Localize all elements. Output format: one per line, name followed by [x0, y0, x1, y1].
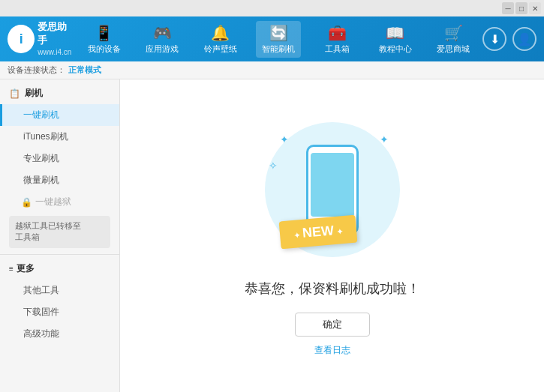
header-right: ⬇ 👤	[482, 27, 536, 51]
maximize-btn[interactable]: □	[515, 2, 527, 14]
download-firmware-label: 下载固件	[23, 307, 59, 317]
nav-smart-flash-label: 智能刷机	[262, 43, 295, 55]
lock-icon: 🔒	[21, 197, 32, 208]
ringtone-icon: 🔔	[211, 24, 230, 42]
sidebar-item-itunes[interactable]: iTunes刷机	[0, 126, 119, 148]
confirm-button[interactable]: 确定	[295, 313, 370, 337]
flash-icon: 🔄	[269, 24, 288, 42]
sidebar-locked-jailbreak: 🔒 一键越狱	[0, 191, 119, 213]
nav-ringtone-label: 铃声壁纸	[204, 43, 237, 55]
more-section-icon: ≡	[9, 265, 14, 273]
sidebar-section-flash-label: 刷机	[25, 87, 43, 100]
success-illustration: ✦ ✦ ✧ NEW	[257, 115, 407, 265]
sidebar-section-flash: 📋 刷机	[0, 82, 119, 104]
nav-my-device-label: 我的设备	[88, 43, 121, 55]
goto-log-link[interactable]: 查看日志	[314, 344, 350, 357]
sparkle-2: ✦	[380, 133, 389, 145]
close-btn[interactable]: ✕	[529, 2, 541, 14]
tutorial-icon: 📖	[386, 24, 404, 42]
sidebar-section-more: ≡ 更多	[0, 258, 119, 280]
sidebar: 📋 刷机 一键刷机 iTunes刷机 专业刷机 微量刷机 🔒 一键越狱 越狱工具…	[0, 79, 120, 392]
sidebar-pro-label: 专业刷机	[23, 153, 59, 163]
nav-shop[interactable]: 🛒 爱思商城	[431, 21, 476, 58]
nav-toolbox-label: 工具箱	[325, 43, 350, 55]
download-btn[interactable]: ⬇	[482, 27, 506, 51]
success-text: 恭喜您，保资料刷机成功啦！	[245, 280, 420, 298]
content-area: ✦ ✦ ✧ NEW 恭喜您，保资料刷机成功啦！ 确定 查看日志	[120, 79, 544, 392]
nav-my-device[interactable]: 📱 我的设备	[82, 21, 127, 58]
sparkle-1: ✦	[280, 133, 289, 145]
sidebar-note: 越狱工具已转移至工具箱	[9, 216, 110, 248]
nav-bar: 📱 我的设备 🎮 应用游戏 🔔 铃声壁纸 🔄 智能刷机 🧰 工具箱 📖 教程中心…	[75, 21, 482, 58]
nav-smart-flash[interactable]: 🔄 智能刷机	[256, 21, 301, 58]
logo-circle: i	[8, 25, 35, 53]
sidebar-item-pro[interactable]: 专业刷机	[0, 148, 119, 169]
user-btn[interactable]: 👤	[512, 27, 536, 51]
minimize-btn[interactable]: ─	[502, 2, 514, 14]
sidebar-locked-label: 一键越狱	[35, 196, 71, 208]
logo-text: 爱思助手 www.i4.cn	[38, 20, 75, 58]
flash-section-icon: 📋	[9, 88, 20, 99]
nav-ringtone[interactable]: 🔔 铃声壁纸	[198, 21, 243, 58]
main-content: 📋 刷机 一键刷机 iTunes刷机 专业刷机 微量刷机 🔒 一键越狱 越狱工具…	[0, 79, 544, 392]
nav-app-game-label: 应用游戏	[146, 43, 179, 55]
app-icon: 🎮	[153, 24, 172, 42]
toolbox-icon: 🧰	[328, 24, 347, 42]
nav-shop-label: 爱思商城	[437, 43, 470, 55]
device-icon: 📱	[95, 24, 113, 42]
sidebar-divider	[0, 254, 119, 255]
nav-tutorial[interactable]: 📖 教程中心	[373, 21, 418, 58]
nav-app-game[interactable]: 🎮 应用游戏	[140, 21, 185, 58]
sidebar-more-label: 更多	[17, 262, 35, 275]
sidebar-item-micro[interactable]: 微量刷机	[0, 169, 119, 191]
sidebar-itunes-label: iTunes刷机	[23, 131, 68, 142]
title-bar: ─ □ ✕	[0, 0, 544, 16]
status-label: 设备连接状态：	[8, 64, 65, 76]
nav-tutorial-label: 教程中心	[379, 43, 412, 55]
sidebar-item-advanced[interactable]: 高级功能	[0, 323, 119, 345]
sparkle-3: ✧	[269, 160, 278, 172]
advanced-label: 高级功能	[23, 328, 59, 339]
phone-screen	[311, 153, 354, 217]
nav-toolbox[interactable]: 🧰 工具箱	[314, 21, 359, 58]
shop-icon: 🛒	[444, 24, 463, 42]
status-bar: 设备连接状态： 正常模式	[0, 61, 544, 79]
sidebar-one-click-label: 一键刷机	[23, 109, 59, 120]
other-tools-label: 其他工具	[23, 285, 59, 295]
header: i 爱思助手 www.i4.cn 📱 我的设备 🎮 应用游戏 🔔 铃声壁纸 🔄 …	[0, 16, 544, 61]
sidebar-micro-label: 微量刷机	[23, 175, 59, 185]
sidebar-item-download-firmware[interactable]: 下载固件	[0, 301, 119, 323]
sidebar-item-other-tools[interactable]: 其他工具	[0, 280, 119, 301]
sidebar-item-one-click[interactable]: 一键刷机	[0, 104, 119, 126]
status-value: 正常模式	[68, 64, 101, 76]
logo: i 爱思助手 www.i4.cn	[8, 20, 75, 58]
